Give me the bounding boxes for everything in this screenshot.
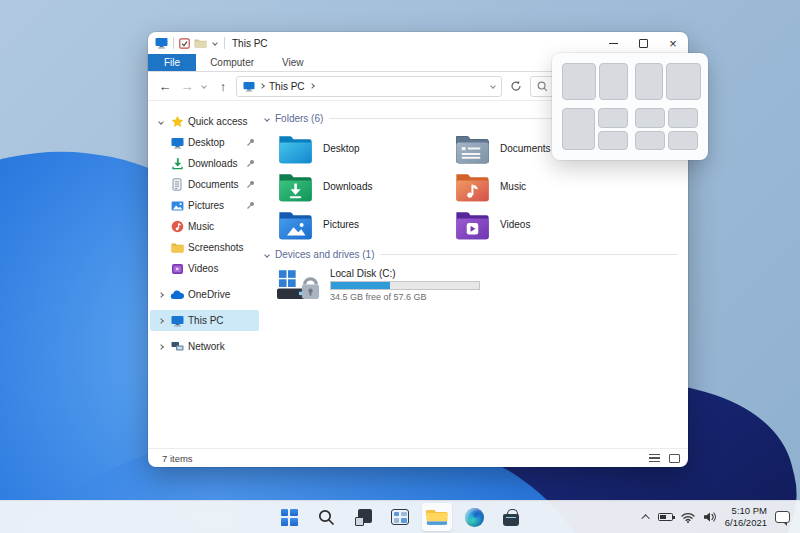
recent-locations-chevron-icon[interactable] <box>201 83 207 89</box>
start-button[interactable] <box>274 503 304 531</box>
sidebar-item-this-pc[interactable]: This PC <box>150 310 259 331</box>
tab-computer[interactable]: Computer <box>196 54 268 71</box>
battery-icon[interactable] <box>658 513 673 521</box>
navigation-pane: Quick access Desktop Downloads <box>148 101 261 448</box>
tray-time: 5:10 PM <box>725 505 767 517</box>
snap-zone[interactable] <box>562 108 595 150</box>
collapse-chevron-icon[interactable] <box>264 252 270 258</box>
search-button[interactable] <box>311 503 341 531</box>
qat-properties-icon[interactable] <box>179 38 190 49</box>
back-button[interactable]: ← <box>156 79 174 94</box>
cloud-icon <box>170 290 184 300</box>
refresh-button[interactable] <box>506 80 526 92</box>
downloads-folder-icon <box>277 172 314 202</box>
search-icon <box>318 509 335 526</box>
tray-date: 6/16/2021 <box>725 517 767 529</box>
breadcrumb-chevron-icon[interactable] <box>309 83 315 89</box>
tab-view[interactable]: View <box>268 54 318 71</box>
sidebar-item-documents[interactable]: Documents <box>150 174 259 195</box>
chevron-down-icon[interactable] <box>158 119 164 125</box>
snap-zone[interactable] <box>635 108 665 128</box>
breadcrumb-chevron-icon <box>259 83 265 89</box>
tab-file[interactable]: File <box>148 54 196 71</box>
close-icon: × <box>669 37 677 50</box>
snap-layout-quad-grid[interactable] <box>635 108 698 150</box>
drive-name: Local Disk (C:) <box>330 268 480 279</box>
collapse-chevron-icon[interactable] <box>264 116 270 122</box>
large-icons-view-icon[interactable] <box>669 454 680 463</box>
snap-zone[interactable] <box>668 131 698 151</box>
microsoft-store-icon <box>503 514 519 526</box>
file-explorer-taskbar-button[interactable] <box>422 503 452 531</box>
qat-customize-chevron-icon[interactable] <box>212 40 218 46</box>
folder-tile-videos[interactable]: Videos <box>454 208 631 241</box>
sidebar-item-desktop[interactable]: Desktop <box>150 132 259 153</box>
wifi-icon[interactable] <box>681 512 695 523</box>
sidebar-item-downloads[interactable]: Downloads <box>150 153 259 174</box>
snap-layouts-flyout <box>552 53 708 160</box>
snap-zone[interactable] <box>635 131 665 151</box>
sidebar-item-quick-access[interactable]: Quick access <box>150 111 259 132</box>
details-view-icon[interactable] <box>649 454 660 463</box>
forward-button[interactable]: → <box>178 79 196 94</box>
drive-tile-local-disk-c[interactable]: Local Disk (C:) 34.5 GB free of 57.6 GB <box>277 268 678 304</box>
search-icon <box>537 81 548 92</box>
sidebar-item-pictures[interactable]: Pictures <box>150 195 259 216</box>
folder-tile-pictures[interactable]: Pictures <box>277 208 454 241</box>
pictures-folder-icon <box>277 210 314 240</box>
folder-tile-downloads[interactable]: Downloads <box>277 170 454 203</box>
videos-folder-icon <box>454 210 491 240</box>
pin-icon <box>246 201 255 210</box>
up-button[interactable]: ↑ <box>214 79 232 94</box>
sidebar-item-onedrive[interactable]: OneDrive <box>150 284 259 305</box>
sidebar-item-videos[interactable]: Videos <box>150 258 259 279</box>
document-icon <box>170 178 184 191</box>
close-button[interactable]: × <box>658 32 688 54</box>
snap-zone[interactable] <box>562 63 596 100</box>
snap-layout-wide-right[interactable] <box>635 63 698 100</box>
volume-icon[interactable] <box>703 511 717 523</box>
notification-center-icon[interactable] <box>775 511 790 523</box>
task-view-button[interactable] <box>348 503 378 531</box>
documents-folder-icon <box>454 134 491 164</box>
window-title: This PC <box>232 38 268 49</box>
snap-zone[interactable] <box>666 63 701 100</box>
sidebar-item-screenshots[interactable]: Screenshots <box>150 237 259 258</box>
chevron-right-icon[interactable] <box>158 292 164 298</box>
chevron-right-icon[interactable] <box>158 318 164 324</box>
snap-zone[interactable] <box>668 108 698 128</box>
breadcrumb-location[interactable]: This PC <box>269 81 305 92</box>
maximize-button[interactable] <box>628 32 658 54</box>
sidebar-item-network[interactable]: Network <box>150 336 259 357</box>
edge-button[interactable] <box>459 503 489 531</box>
task-view-icon <box>355 509 372 526</box>
snap-zone[interactable] <box>599 63 628 100</box>
hidden-icons-chevron-icon[interactable] <box>641 514 649 522</box>
qat-new-folder-icon[interactable] <box>194 38 207 48</box>
folder-tile-desktop[interactable]: Desktop <box>277 132 454 165</box>
folder-tile-music[interactable]: Music <box>454 170 631 203</box>
clock[interactable]: 5:10 PM 6/16/2021 <box>725 505 767 530</box>
pin-icon <box>246 138 255 147</box>
drive-usage-bar <box>330 281 480 290</box>
minimize-button[interactable] <box>598 32 628 54</box>
titlebar[interactable]: This PC × <box>148 32 688 54</box>
chevron-right-icon[interactable] <box>158 344 164 350</box>
this-pc-icon <box>243 81 255 92</box>
snap-zone[interactable] <box>598 108 628 128</box>
folder-icon <box>170 242 184 253</box>
sidebar-item-music[interactable]: Music <box>150 216 259 237</box>
snap-layout-left-plus-stack[interactable] <box>562 108 625 150</box>
microsoft-store-button[interactable] <box>496 503 526 531</box>
snap-layout-two-columns[interactable] <box>562 63 625 100</box>
address-dropdown-chevron-icon[interactable] <box>490 83 496 89</box>
snap-zone[interactable] <box>635 63 663 100</box>
devices-group-header[interactable]: Devices and drives (1) <box>265 249 678 260</box>
group-divider <box>380 254 678 255</box>
address-bar[interactable]: This PC <box>236 76 502 97</box>
monitor-icon <box>170 315 184 327</box>
widgets-button[interactable] <box>385 503 415 531</box>
snap-zone[interactable] <box>598 131 628 151</box>
network-icon <box>170 341 184 352</box>
app-icon <box>155 37 168 49</box>
